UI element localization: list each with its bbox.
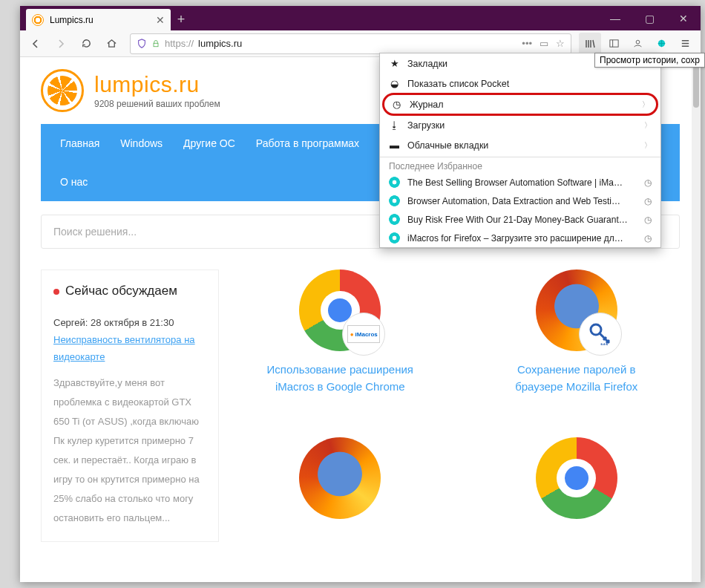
download-icon: ⭳: [389, 120, 400, 131]
brand-name: lumpics.ru: [94, 72, 220, 97]
widget-title: Сейчас обсуждаем: [53, 284, 206, 298]
badge-icon: ***: [579, 313, 622, 356]
article-card[interactable]: [266, 437, 414, 542]
nav-item[interactable]: Windows: [110, 124, 173, 163]
home-button[interactable]: [100, 33, 122, 55]
favicon-icon: [389, 214, 400, 225]
close-icon[interactable]: ✕: [156, 14, 165, 26]
favicon-icon: [32, 14, 44, 26]
close-window-button[interactable]: ✕: [666, 6, 701, 30]
svg-point-3: [636, 40, 640, 44]
menu-button[interactable]: [674, 33, 696, 55]
favicon-icon: [389, 195, 400, 206]
tab-title: Lumpics.ru: [50, 15, 94, 25]
clock-icon: ◷: [644, 233, 652, 244]
clock-icon: ◷: [644, 196, 652, 206]
scroll-thumb[interactable]: [693, 63, 699, 108]
clock-icon: ◷: [644, 177, 652, 188]
comment-link[interactable]: Неисправность вентилятора на видеокарте: [53, 334, 195, 362]
pocket-icon: ◒: [389, 78, 400, 89]
svg-rect-1: [609, 40, 617, 47]
cards-grid: iMacros Использование расширения iMacros…: [237, 270, 680, 542]
maximize-button[interactable]: ▢: [632, 6, 666, 30]
reload-button[interactable]: [75, 33, 97, 55]
panel-history-item[interactable]: Buy Risk Free With Our 21-Day Money-Back…: [380, 210, 660, 229]
nav-item[interactable]: Работа в программах: [246, 124, 370, 163]
nav-item[interactable]: Другие ОС: [173, 124, 246, 163]
svg-rect-0: [154, 43, 158, 47]
brand-tag: 9208 решений ваших проблем: [94, 99, 220, 109]
chevron-right-icon: 〉: [644, 120, 652, 131]
star-icon[interactable]: ☆: [556, 38, 565, 49]
card-link[interactable]: Сохранение паролей в браузере Mozilla Fi…: [515, 363, 637, 393]
library-button[interactable]: [579, 33, 601, 55]
library-panel: ★Закладки〉 ◒Показать список Pocket ◷Журн…: [379, 53, 661, 248]
panel-downloads[interactable]: ⭳Загрузки〉: [380, 115, 660, 135]
reader-icon[interactable]: ▭: [540, 38, 548, 49]
nav-item[interactable]: О нас: [50, 163, 98, 201]
tab-active[interactable]: Lumpics.ru ✕: [26, 9, 171, 30]
panel-synced-tabs[interactable]: ▬Облачные вкладки〉: [380, 135, 660, 155]
nav-item[interactable]: Главная: [50, 124, 110, 163]
comment-body: Здравствуйте,у меня вот проблемка с виде…: [53, 373, 206, 528]
svg-text:***: ***: [600, 342, 609, 349]
forward-button[interactable]: [50, 33, 72, 55]
screen-icon: ▬: [389, 140, 400, 151]
badge-icon: iMacros: [342, 313, 385, 356]
firefox-icon: [299, 437, 381, 519]
lock-icon: [151, 39, 160, 48]
urlbar-icons: ••• ▭ ☆: [522, 38, 565, 49]
chevron-right-icon: 〉: [642, 99, 649, 110]
new-tab-button[interactable]: +: [171, 9, 191, 30]
url-bar[interactable]: https://lumpics.ru ••• ▭ ☆: [130, 33, 571, 54]
panel-history-item[interactable]: Browser Automation, Data Extraction and …: [380, 192, 660, 210]
article-card[interactable]: [502, 437, 651, 542]
url-host: lumpics.ru: [198, 38, 242, 49]
addon-button[interactable]: [650, 33, 672, 55]
dot-icon: [53, 289, 59, 295]
article-card[interactable]: *** Сохранение паролей в браузере Mozill…: [502, 270, 651, 408]
more-icon[interactable]: •••: [522, 38, 532, 49]
tooltip: Просмотр истории, сохр: [594, 53, 705, 68]
favicon-icon: [389, 232, 400, 244]
logo-icon: [41, 69, 84, 112]
chrome-icon: [536, 437, 617, 519]
article-card[interactable]: iMacros Использование расширения iMacros…: [266, 270, 414, 408]
panel-history[interactable]: ◷Журнал〉: [382, 93, 658, 116]
window-controls: — ▢ ✕: [598, 6, 701, 30]
panel-history-item[interactable]: iMacros for Firefox – Загрузите это расш…: [380, 229, 660, 247]
back-button[interactable]: [24, 33, 47, 55]
sidebar-button[interactable]: [603, 33, 625, 55]
favicon-icon: [389, 177, 400, 188]
comment-meta: Сергей: 28 октября в 21:30: [53, 315, 206, 331]
star-icon: ★: [389, 58, 400, 69]
panel-pocket[interactable]: ◒Показать список Pocket: [380, 74, 660, 94]
minimize-button[interactable]: —: [598, 6, 632, 30]
scrollbar[interactable]: [692, 57, 701, 582]
clock-icon: ◷: [391, 99, 402, 110]
card-link[interactable]: Использование расширения iMacros в Googl…: [267, 363, 413, 393]
account-button[interactable]: [626, 33, 649, 55]
chevron-right-icon: 〉: [644, 140, 652, 151]
shield-icon: [137, 39, 147, 49]
clock-icon: ◷: [644, 215, 652, 225]
panel-recent-title: Последнее Избранное: [380, 157, 660, 173]
titlebar: Lumpics.ru ✕ + — ▢ ✕: [20, 6, 701, 30]
sidebar-widget: Сейчас обсуждаем Сергей: 28 октября в 21…: [41, 270, 219, 542]
url-proto: https://: [165, 38, 194, 49]
panel-history-item[interactable]: The Best Selling Browser Automation Soft…: [380, 173, 660, 192]
